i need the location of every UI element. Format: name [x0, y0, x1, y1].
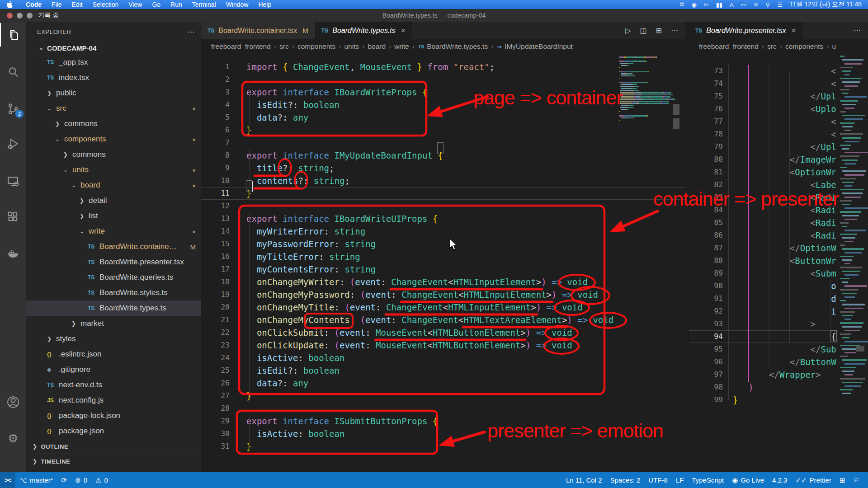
editor-action-icon[interactable]: ⋯ — [854, 26, 861, 35]
breadcrumb-item[interactable]: freeboard_frontend — [699, 42, 759, 51]
code-editor-left[interactable]: 1234567891011121314151617181920212223242… — [201, 54, 685, 472]
sidebar-section-outline[interactable]: ❯OUTLINE — [26, 439, 201, 454]
tree-item-boardwrite-containe-[interactable]: TSBoardWrite.containe…M — [26, 239, 201, 254]
breadcrumb-item[interactable]: freeboard_frontend — [211, 42, 271, 51]
tree-item-styles[interactable]: ❯styles — [26, 331, 201, 347]
line-number[interactable]: 18 — [201, 276, 246, 288]
explorer-icon[interactable] — [0, 23, 26, 47]
line-number[interactable]: 73 — [689, 65, 733, 77]
tree-item-boardwrite-styles-ts[interactable]: TSBoardWrite.styles.ts — [26, 285, 201, 300]
line-number[interactable]: 83 — [689, 191, 733, 204]
line-number[interactable]: 16 — [201, 250, 246, 263]
line-number[interactable]: 76 — [689, 103, 733, 115]
menu-item-selection[interactable]: Selection — [88, 1, 124, 8]
line-number[interactable]: 87 — [689, 242, 733, 254]
remote-indicator[interactable]: >< — [0, 472, 15, 488]
line-number[interactable]: 19 — [201, 288, 246, 301]
line-number[interactable]: 9 — [201, 162, 246, 174]
line-number[interactable]: 78 — [689, 128, 733, 141]
source-control-icon[interactable]: 2 — [0, 97, 26, 121]
line-number[interactable]: 96 — [689, 356, 733, 368]
account-icon[interactable] — [0, 390, 26, 414]
line-number[interactable]: 27 — [201, 389, 246, 402]
menu-item-code[interactable]: Code — [21, 1, 47, 8]
menubar-status-icon[interactable]: ≋ — [750, 1, 762, 8]
line-number[interactable]: 21 — [201, 314, 246, 326]
line-number[interactable]: 1 — [201, 61, 246, 73]
breadcrumb-item[interactable]: u — [832, 42, 836, 51]
minimap-left[interactable] — [616, 54, 683, 488]
status-item-ln-11-col-2[interactable]: Ln 11, Col 2 — [562, 476, 606, 484]
settings-gear-icon[interactable]: ⚙ — [0, 427, 26, 450]
tree-item-boardwrite-presenter-tsx[interactable]: TSBoardWrite.presenter.tsx — [26, 254, 201, 270]
line-number[interactable]: 99 — [689, 394, 733, 406]
tree-item-package-json[interactable]: {}package.json — [26, 423, 201, 439]
status-item-prettier[interactable]: ✓✓Prettier — [791, 476, 835, 484]
tree-item-board[interactable]: ⌄board● — [26, 178, 201, 193]
tree-item-index-tsx[interactable]: TSindex.tsx — [26, 70, 201, 85]
menu-item-view[interactable]: View — [123, 1, 147, 8]
menubar-status-icon[interactable]: ⚲ — [762, 1, 774, 8]
line-number[interactable]: 5 — [201, 111, 246, 124]
minimap-right[interactable] — [838, 54, 868, 472]
menu-item-file[interactable]: File — [47, 1, 67, 8]
apple-logo-icon[interactable] — [6, 1, 13, 8]
line-number[interactable]: 23 — [201, 339, 246, 352]
remote-explorer-icon[interactable] — [0, 169, 26, 193]
status-item-utf-8[interactable]: UTF-8 — [644, 476, 672, 484]
line-number[interactable]: 4 — [201, 99, 246, 111]
line-number[interactable]: 12 — [201, 200, 246, 212]
editor-action-icon[interactable]: ▷ — [625, 26, 631, 35]
tree-item--app-tsx[interactable]: TS_app.tsx — [26, 55, 201, 70]
close-icon[interactable]: × — [401, 26, 406, 35]
extensions-icon[interactable] — [0, 205, 26, 229]
line-number[interactable]: 30 — [201, 427, 246, 440]
line-number[interactable]: 25 — [201, 364, 246, 377]
menubar-status-icon[interactable]: ▮▮ — [712, 1, 726, 8]
line-number[interactable]: 75 — [689, 90, 733, 103]
tab-boardwrite-container-tsx[interactable]: TSBoardWrite.container.tsxM — [201, 22, 315, 39]
close-icon[interactable]: × — [792, 26, 796, 35]
line-number[interactable]: 93 — [689, 318, 733, 330]
line-number[interactable]: 31 — [201, 440, 246, 453]
status-item-typescript[interactable]: TypeScript — [688, 476, 728, 484]
menu-item-edit[interactable]: Edit — [67, 1, 88, 8]
breadcrumb-item[interactable]: units — [344, 42, 359, 51]
editor-action-icon[interactable]: ◫ — [640, 26, 646, 35]
status-item--[interactable]: ⊞ — [835, 476, 849, 484]
line-number[interactable]: 7 — [201, 136, 246, 149]
line-number[interactable]: 94 — [689, 330, 733, 343]
menu-item-terminal[interactable]: Terminal — [187, 1, 221, 8]
tree-item-package-lock-json[interactable]: {}package-lock.json — [26, 408, 201, 423]
editor-action-icon[interactable]: ⋯ — [671, 26, 678, 35]
menubar-status-icon[interactable]: A — [726, 1, 737, 8]
line-number[interactable]: 2 — [201, 73, 246, 86]
breadcrumb-item[interactable]: BoardWrite.types.ts — [427, 42, 488, 51]
minimap-slider[interactable] — [856, 346, 864, 352]
menubar-status-icon[interactable]: ⧉ — [676, 1, 688, 8]
line-number[interactable]: 14 — [201, 225, 246, 238]
line-number[interactable]: 79 — [689, 141, 733, 153]
breadcrumb-item[interactable]: board — [368, 42, 386, 51]
tree-item-units[interactable]: ⌄units● — [26, 162, 201, 178]
editor-action-icon[interactable]: ⊞ — [656, 26, 662, 35]
line-number[interactable]: 92 — [689, 305, 733, 318]
status-item-0[interactable]: ⚠0 — [91, 476, 112, 484]
tab-boardwrite-types-ts[interactable]: TSBoardWrite.types.ts× — [315, 22, 412, 39]
scrollbar-handle[interactable] — [673, 118, 679, 129]
line-number[interactable]: 86 — [689, 229, 733, 242]
search-icon[interactable] — [0, 60, 26, 84]
breadcrumb[interactable]: freeboard_frontend›src›components›units›… — [201, 39, 685, 54]
line-number[interactable]: 6 — [201, 124, 246, 136]
tree-item-next-config-js[interactable]: JSnext.config.js — [26, 393, 201, 408]
line-number[interactable]: 81 — [689, 166, 733, 178]
line-number[interactable]: 29 — [201, 415, 246, 427]
workspace-root-row[interactable]: ⌄ CODECAMP-04 — [26, 41, 201, 55]
tree-item-boardwrite-queries-ts[interactable]: TSBoardWrite.queries.ts — [26, 270, 201, 285]
breadcrumb-item[interactable]: write — [394, 42, 409, 51]
run-debug-icon[interactable] — [0, 132, 26, 155]
line-number[interactable]: 98 — [689, 381, 733, 394]
line-number[interactable]: 95 — [689, 343, 733, 356]
line-number[interactable]: 85 — [689, 216, 733, 229]
tree-item-write[interactable]: ⌄write● — [26, 224, 201, 239]
